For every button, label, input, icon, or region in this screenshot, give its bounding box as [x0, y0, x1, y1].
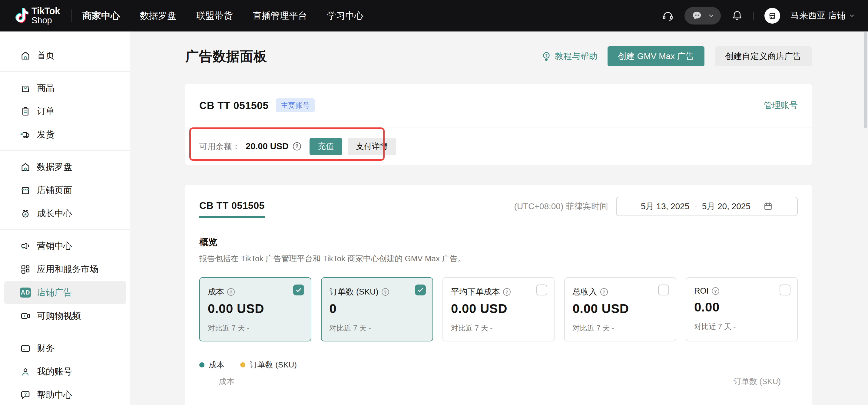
sidebar-item-orders[interactable]: 订单	[0, 100, 130, 123]
metric-checkbox-checked[interactable]	[293, 284, 304, 296]
shop-avatar[interactable]	[765, 8, 780, 24]
metric-compare: 对比近 7 天 -	[573, 323, 668, 333]
metric-label-row: 平均下单成本 ?	[451, 286, 546, 297]
metric-label-row: 成本 ?	[208, 286, 303, 297]
sidebar-item-marketing-center[interactable]: 营销中心	[0, 234, 130, 258]
overview-description: 报告包括在 TikTok 广告管理平台和 TikTok 商家中心创建的 GMV …	[199, 254, 798, 264]
account-name: CB TT 051505	[199, 100, 269, 111]
question-circle-icon[interactable]: ?	[503, 288, 510, 296]
nav-item-learning-center[interactable]: 学习中心	[327, 10, 364, 22]
sidebar-item-label: 店铺广告	[37, 286, 72, 299]
question-circle-icon[interactable]: ?	[293, 142, 301, 150]
sidebar-item-label: 可购物视频	[37, 310, 81, 322]
sidebar-item-my-account[interactable]: 我的账号	[0, 360, 130, 383]
logo-text: TikTok Shop	[31, 6, 60, 25]
metric-label: 订单数 (SKU)	[330, 286, 379, 297]
compass-icon	[20, 162, 31, 172]
sidebar-item-apps-services[interactable]: 应用和服务市场	[0, 258, 130, 281]
chart-legend: 成本 订单数 (SKU)	[199, 360, 798, 370]
report-card: CB TT 051505 (UTC+08:00) 菲律宾时间 5月 13, 20…	[185, 184, 812, 405]
legend-item-orders-sku: 订单数 (SKU)	[240, 360, 297, 370]
metric-label-row: ROI ?	[694, 286, 789, 296]
metric-card-roi[interactable]: ROI ? 0.00 对比近 7 天 -	[686, 277, 798, 341]
metric-checkbox-unchecked[interactable]	[658, 284, 669, 296]
account-header-row: CB TT 051505 主要账号 管理账号	[185, 84, 812, 127]
storefront-icon	[20, 185, 31, 196]
chevron-down-icon	[849, 13, 855, 19]
scrollbar-thumb[interactable]	[864, 32, 867, 128]
sidebar-item-label: 帮助中心	[37, 389, 72, 401]
question-circle-icon[interactable]: ?	[600, 288, 608, 296]
sidebar-item-home[interactable]: 首页	[0, 44, 130, 67]
check-icon	[417, 286, 424, 294]
apps-icon	[20, 264, 31, 275]
nav-item-seller-center[interactable]: 商家中心	[82, 9, 120, 22]
nav-item-affiliate[interactable]: 联盟带货	[196, 10, 232, 22]
recharge-button[interactable]: 充值	[310, 138, 342, 155]
metric-label: 平均下单成本	[451, 286, 500, 297]
question-circle-icon[interactable]: ?	[712, 287, 719, 295]
timezone-label: (UTC+08:00) 菲律宾时间	[514, 201, 608, 212]
logo-line1: TikTok	[31, 6, 60, 16]
header-actions: ? 教程与帮助 创建 GMV Max 广告 创建自定义商店广告	[541, 46, 812, 66]
sidebar-item-label: 应用和服务市场	[37, 263, 98, 275]
svg-text:?: ?	[545, 53, 548, 58]
sidebar-item-label: 首页	[37, 49, 55, 62]
payment-details-button[interactable]: 支付详情	[348, 138, 396, 155]
date-end: 5月 20, 2025	[702, 201, 750, 212]
tiktok-shop-logo[interactable]: TikTok Shop	[11, 6, 60, 25]
calendar-icon	[763, 202, 773, 211]
sidebar-item-label: 成长中心	[37, 208, 72, 220]
sidebar-item-help-center[interactable]: ? 帮助中心	[0, 383, 130, 405]
bell-icon[interactable]	[731, 10, 743, 22]
legend-item-cost: 成本	[199, 360, 224, 370]
sidebar-item-growth-center[interactable]: 成长中心	[0, 202, 130, 225]
lightbulb-question-icon: ?	[541, 51, 552, 62]
sidebar-item-shipping[interactable]: 发货	[0, 123, 130, 146]
account-tab[interactable]: CB TT 051505	[199, 200, 265, 218]
sidebar-item-products[interactable]: 商品	[0, 76, 130, 100]
sidebar-item-shoppable-video[interactable]: 可购物视频	[0, 304, 130, 328]
sidebar: 首页 商品 订单 发货 数据罗盘 店铺页面 成长中心 营销中心 应用和服务市场 …	[0, 32, 130, 405]
nav-small-divider	[753, 12, 754, 20]
nav-item-live-management[interactable]: 直播管理平台	[253, 10, 307, 22]
sidebar-item-label: 发货	[37, 129, 55, 141]
headset-support-icon[interactable]	[661, 9, 674, 22]
date-range-picker[interactable]: 5月 13, 2025 - 5月 20, 2025	[616, 197, 798, 216]
sidebar-divider	[0, 230, 130, 230]
nav-item-data-compass[interactable]: 数据罗盘	[140, 10, 176, 22]
metric-card-avg-order-cost[interactable]: 平均下单成本 ? 0.00 USD 对比近 7 天 -	[442, 277, 555, 341]
nav-divider	[71, 9, 71, 22]
legend-label: 成本	[209, 360, 224, 370]
metric-checkbox-unchecked[interactable]	[536, 284, 547, 296]
metric-card-cost[interactable]: 成本 ? 0.00 USD 对比近 7 天 -	[199, 277, 311, 341]
sidebar-divider	[0, 150, 130, 151]
ad-icon: AD	[20, 287, 31, 298]
metric-label-row: 订单数 (SKU) ?	[330, 286, 425, 297]
metric-compare: 对比近 7 天 -	[330, 323, 425, 333]
metric-card-gross-revenue[interactable]: 总收入 ? 0.00 USD 对比近 7 天 -	[564, 277, 676, 341]
date-separator: -	[694, 202, 697, 211]
sidebar-item-shop-page[interactable]: 店铺页面	[0, 178, 130, 202]
metric-compare: 对比近 7 天 -	[694, 322, 789, 332]
metric-checkbox-checked[interactable]	[415, 284, 426, 296]
question-circle-icon[interactable]: ?	[382, 288, 389, 296]
create-custom-ad-button[interactable]: 创建自定义商店广告	[715, 46, 812, 66]
sidebar-item-shop-ads[interactable]: AD 店铺广告	[4, 281, 126, 304]
tutorial-help-link[interactable]: ? 教程与帮助	[541, 50, 597, 62]
medal-icon	[20, 208, 31, 219]
manage-account-link[interactable]: 管理账号	[764, 100, 798, 111]
create-gmv-max-button[interactable]: 创建 GMV Max 广告	[608, 46, 705, 66]
sidebar-item-finance[interactable]: 财务	[0, 337, 130, 360]
truck-icon	[20, 129, 31, 140]
help-bubble-icon: ?	[20, 390, 31, 401]
metric-checkbox-unchecked[interactable]	[780, 284, 790, 296]
sidebar-item-data-compass[interactable]: 数据罗盘	[0, 155, 130, 178]
metric-card-orders-sku[interactable]: 订单数 (SKU) ? 0 对比近 7 天 -	[321, 277, 433, 341]
question-circle-icon[interactable]: ?	[227, 288, 235, 296]
tab-right-cluster: (UTC+08:00) 菲律宾时间 5月 13, 2025 - 5月 20, 2…	[514, 197, 798, 221]
metric-compare: 对比近 7 天 -	[208, 323, 303, 333]
messages-pill[interactable]	[684, 7, 721, 25]
shop-region-selector[interactable]: 马来西亚 店铺	[790, 10, 855, 22]
metric-value: 0.00	[694, 300, 789, 314]
